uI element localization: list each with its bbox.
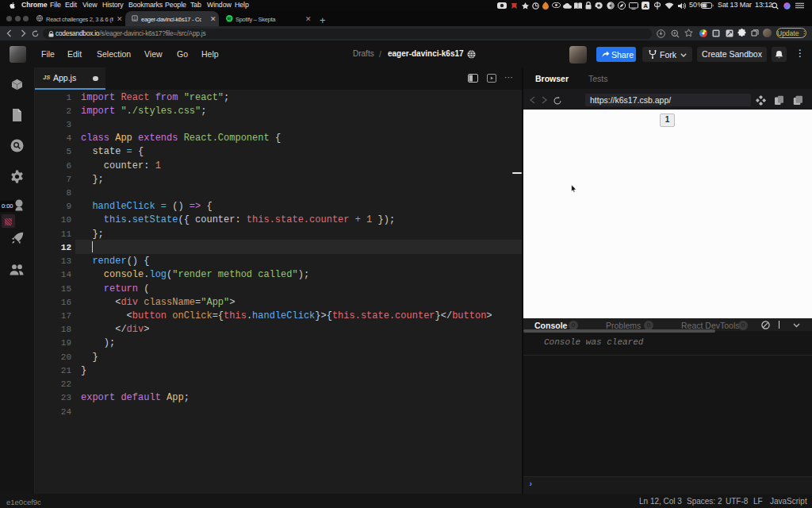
svg-text:A: A bbox=[643, 2, 648, 10]
